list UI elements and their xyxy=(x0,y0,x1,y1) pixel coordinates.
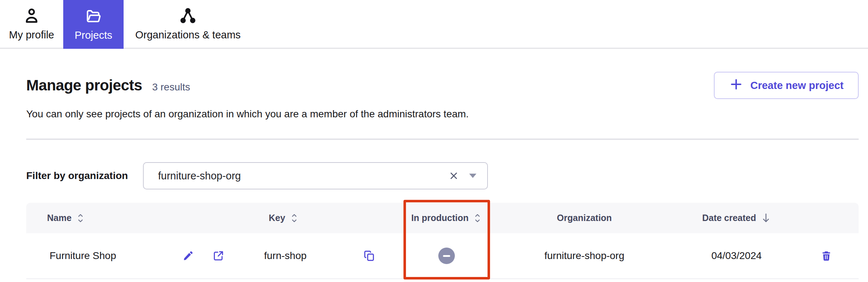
table-row: Furniture Shop xyxy=(26,233,859,279)
key-cell: furn-shop xyxy=(248,250,403,262)
minus-circle-icon[interactable] xyxy=(438,248,455,264)
sort-desc-icon[interactable] xyxy=(761,213,771,224)
open-external-icon[interactable] xyxy=(212,250,225,262)
organization-cell: furniture-shop-org xyxy=(490,250,679,262)
column-label: In production xyxy=(411,213,469,223)
top-tab-bar: My profile Projects Organizations & team… xyxy=(0,0,868,49)
organization-name: furniture-shop-org xyxy=(544,250,624,262)
tab-label: Organizations & teams xyxy=(135,29,240,41)
page-description: You can only see projects of an organiza… xyxy=(26,108,859,120)
results-count: 3 results xyxy=(152,81,190,93)
person-icon xyxy=(23,7,40,24)
filter-row: Filter by organization furniture-shop-or… xyxy=(26,162,859,189)
copy-icon[interactable] xyxy=(363,250,375,262)
column-header-in-production[interactable]: In production xyxy=(403,212,490,224)
tab-label: Projects xyxy=(75,29,112,41)
page-header: Manage projects 3 results Create new pro… xyxy=(26,72,859,99)
filter-label: Filter by organization xyxy=(26,170,143,182)
table-header-row: Name Key In production Organization xyxy=(26,203,859,233)
title-group: Manage projects 3 results xyxy=(26,77,190,94)
create-new-project-button[interactable]: Create new project xyxy=(714,72,859,99)
key-actions xyxy=(363,250,375,262)
edit-icon[interactable] xyxy=(182,250,194,262)
date-created-cell: 04/03/2024 xyxy=(679,250,794,262)
minus-bar xyxy=(443,255,450,257)
column-label: Key xyxy=(269,213,285,223)
name-cell: Furniture Shop xyxy=(26,250,248,262)
page-title: Manage projects xyxy=(26,77,142,94)
column-header-organization: Organization xyxy=(490,213,679,223)
column-header-date-created[interactable]: Date created xyxy=(679,213,794,224)
section-divider xyxy=(26,138,859,140)
column-header-name[interactable]: Name xyxy=(26,212,248,224)
main-content: Manage projects 3 results Create new pro… xyxy=(0,72,868,279)
project-name: Furniture Shop xyxy=(50,250,116,262)
date-created: 04/03/2024 xyxy=(711,250,762,262)
organization-select-value: furniture-shop-org xyxy=(158,170,448,182)
projects-table: Name Key In production Organization xyxy=(26,203,859,279)
organization-select[interactable]: furniture-shop-org xyxy=(143,162,488,189)
name-actions xyxy=(182,250,225,262)
project-key: furn-shop xyxy=(264,250,306,262)
in-production-cell xyxy=(403,248,490,264)
folder-open-icon xyxy=(85,8,102,25)
plus-icon xyxy=(729,77,743,94)
column-label: Name xyxy=(47,213,71,223)
column-label: Organization xyxy=(557,213,612,223)
delete-icon[interactable] xyxy=(820,250,832,262)
sort-toggle-icon[interactable] xyxy=(473,212,482,224)
network-icon xyxy=(179,7,197,24)
column-header-key[interactable]: Key xyxy=(248,212,403,224)
clear-filter-icon[interactable] xyxy=(448,170,460,182)
tab-projects[interactable]: Projects xyxy=(63,0,124,49)
tab-organizations-teams[interactable]: Organizations & teams xyxy=(124,0,252,48)
actions-cell xyxy=(794,250,859,262)
tab-my-profile[interactable]: My profile xyxy=(0,0,63,48)
create-button-label: Create new project xyxy=(751,80,844,91)
sort-toggle-icon[interactable] xyxy=(76,212,85,224)
tab-label: My profile xyxy=(9,29,54,41)
chevron-down-icon[interactable] xyxy=(469,174,476,178)
sort-toggle-icon[interactable] xyxy=(290,212,299,224)
column-label: Date created xyxy=(702,213,756,223)
